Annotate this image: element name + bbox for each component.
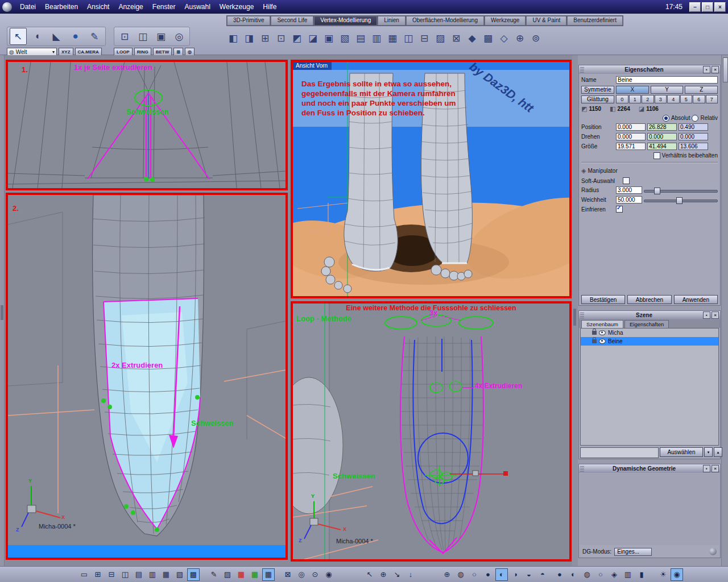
edge-tool-icon[interactable]: ⊡ [117, 28, 133, 45]
rotation-y-input[interactable] [647, 133, 677, 140]
top-sphere-icon[interactable]: ◓ [536, 568, 549, 581]
relative-radio[interactable] [692, 115, 698, 122]
panel-collapse-icon[interactable]: ▪ [703, 311, 710, 319]
wire-shade-icon[interactable]: ○ [594, 568, 607, 581]
orbit-tool-icon[interactable]: ↘ [391, 568, 403, 581]
cut-tool-icon[interactable]: ▧ [338, 31, 351, 45]
panel-grip-icon[interactable] [580, 66, 584, 73]
smoothing-level-4[interactable]: 4 [667, 95, 680, 103]
marquee-icon[interactable]: ⊠ [282, 568, 294, 581]
visibility-icon[interactable]: ◉ [322, 568, 335, 581]
tutorial-panel-result[interactable]: Ansicht Vorn Das Ergebnis sollte in etwa… [291, 60, 572, 298]
thickness-tool-icon[interactable]: ▨ [433, 31, 447, 45]
menu-fenster[interactable]: Fenster [148, 3, 180, 11]
smoothing-level-0[interactable]: 0 [616, 95, 628, 103]
rotation-x-input[interactable] [616, 133, 646, 140]
extrude-face-tool-icon[interactable]: ⊡ [274, 31, 288, 45]
shaded-sphere-icon[interactable]: ● [482, 568, 494, 581]
layout-main-right-icon[interactable]: ▧ [173, 568, 186, 581]
rotate-cube-tool-icon[interactable]: ◨ [242, 31, 256, 45]
scrollbar-handle[interactable] [723, 57, 728, 82]
symmetry-tool-icon[interactable]: ⊟ [417, 31, 431, 45]
dolly-tool-icon[interactable]: ↓ [404, 568, 417, 581]
layout-quad-icon[interactable]: ⊞ [92, 568, 104, 581]
panel-close-icon[interactable]: × [712, 311, 719, 319]
loop-cut-tool-icon[interactable]: ▥ [370, 31, 383, 45]
move-down-icon[interactable]: ▾ [704, 447, 713, 457]
scroll-handle[interactable] [1, 305, 3, 320]
layout-grid-icon[interactable]: ▦ [160, 568, 172, 581]
softness-input[interactable] [616, 196, 642, 203]
world-space-select[interactable]: ◍ Welt ▾ [7, 48, 57, 56]
position-x-input[interactable] [616, 123, 646, 131]
dark-sphere-icon[interactable]: ◑ [509, 568, 522, 581]
tab-uv-paint[interactable]: UV & Paint [526, 16, 566, 26]
bevel-tool-icon[interactable]: ◆ [465, 31, 479, 45]
menu-werkzeuge[interactable]: Werkzeuge [215, 3, 258, 11]
tab-vertex-modellierung[interactable]: Vertex-Modellierung [314, 16, 377, 26]
face-select-tool-icon[interactable]: ◣ [48, 28, 65, 45]
tab-werkzeuge[interactable]: Werkzeuge [485, 16, 526, 26]
hide-icon[interactable]: ◎ [295, 568, 308, 581]
close-icon[interactable]: × [714, 2, 726, 12]
layout-three-top-icon[interactable]: ▥ [146, 568, 159, 581]
lasso-select-tool-icon[interactable]: ◖ [29, 28, 46, 45]
grid-z-icon[interactable]: ▦ [262, 568, 275, 581]
light-toggle-icon[interactable]: ☀ [657, 568, 669, 581]
draw-icon[interactable]: ✎ [208, 568, 220, 581]
absolute-radio[interactable] [663, 115, 669, 122]
layout-split-v-icon[interactable]: ◫ [119, 568, 131, 581]
bottom-sphere-icon[interactable]: ◒ [523, 568, 535, 581]
scene-item-beine[interactable]: Beine [581, 337, 718, 346]
confirm-button[interactable]: Bestätigen [581, 295, 625, 304]
light-sphere-icon[interactable]: ◐ [495, 568, 508, 581]
menu-auswahl[interactable]: Auswahl [180, 3, 214, 11]
apply-button[interactable]: Anwenden [674, 295, 718, 304]
paint-select-tool-icon[interactable]: ✎ [86, 28, 103, 45]
maximize-icon[interactable]: □ [702, 2, 713, 12]
settings-tool-icon[interactable]: ⊚ [529, 31, 543, 45]
symmetry-button[interactable]: Symmetrie [581, 86, 614, 94]
splitter-handle[interactable] [573, 309, 576, 326]
panel-close-icon[interactable]: × [712, 66, 719, 73]
smoothing-level-5[interactable]: 5 [680, 95, 693, 103]
target-snap-icon[interactable]: ◎ [185, 48, 195, 56]
textured-shade-icon[interactable]: ◍ [581, 568, 593, 581]
splitter-strip[interactable] [572, 55, 578, 566]
tab-eigenschaften-scene[interactable]: Eigenschaften [624, 320, 669, 328]
radius-slider[interactable] [644, 187, 718, 194]
layout-three-left-icon[interactable]: ▤ [133, 568, 145, 581]
size-y-input[interactable] [647, 143, 677, 150]
menu-anzeige[interactable]: Anzeige [114, 3, 147, 11]
cursor-tool-icon[interactable]: ↖ [363, 568, 376, 581]
tab-linien[interactable]: Linien [378, 16, 406, 26]
panel-collapse-icon[interactable]: ▪ [703, 465, 710, 472]
keep-ratio-checkbox[interactable] [653, 152, 660, 159]
freeze-checkbox[interactable] [616, 206, 623, 213]
dg-mode-button[interactable]: Einges... [614, 548, 652, 556]
mirror-tool-icon[interactable]: ◫ [402, 31, 415, 45]
position-z-input[interactable] [679, 123, 708, 131]
copy-cube-tool-icon[interactable]: ⊞ [258, 31, 272, 45]
ring-tool-icon[interactable]: ▣ [153, 28, 169, 45]
loop-tool-icon[interactable]: ◫ [135, 28, 151, 45]
bridge-tool-icon[interactable]: ▤ [354, 31, 367, 45]
select-arrow-tool-icon[interactable]: ↖ [10, 28, 27, 45]
grid-x-icon[interactable]: ▦ [235, 568, 247, 581]
loop-button[interactable]: LOOP [114, 48, 133, 56]
smoothing-level-7[interactable]: 7 [706, 95, 718, 103]
sphere-select-tool-icon[interactable]: ● [67, 28, 84, 45]
between-button[interactable]: BETW [153, 48, 172, 56]
position-y-input[interactable] [647, 123, 677, 131]
smoothing-level-6[interactable]: 6 [693, 95, 705, 103]
cancel-button[interactable]: Abbrechen [627, 295, 671, 304]
tab-second-life[interactable]: Second Life [271, 16, 313, 26]
between-tool-icon[interactable]: ◎ [171, 28, 187, 45]
select-button[interactable]: Auswählen [660, 447, 703, 457]
panel-grip-icon[interactable] [580, 312, 584, 318]
menu-hilfe[interactable]: Hilfe [258, 3, 281, 11]
lattice-tool-icon[interactable]: ▩ [481, 31, 495, 45]
panel-toggle-icon[interactable]: ▥ [622, 568, 634, 581]
magnet-tool-icon[interactable]: ⊕ [513, 31, 527, 45]
zoom-icon[interactable]: ⊙ [309, 568, 321, 581]
